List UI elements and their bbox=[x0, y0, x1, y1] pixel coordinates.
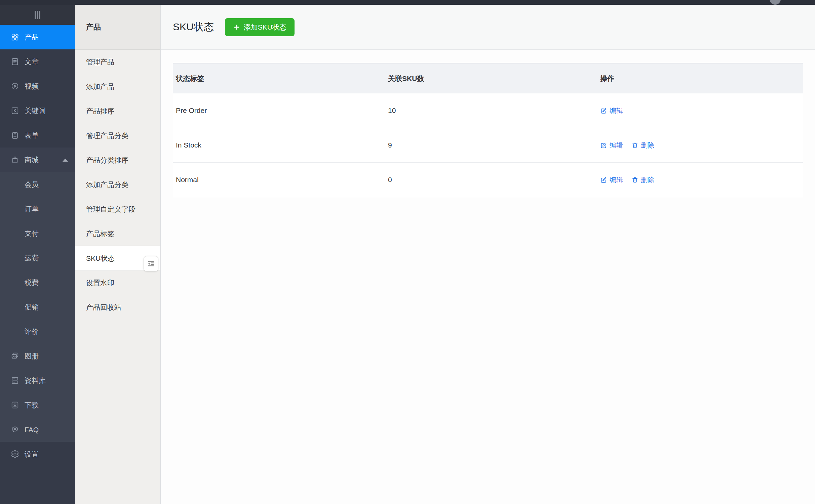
plus-icon bbox=[233, 24, 240, 31]
edit-link[interactable]: 编辑 bbox=[600, 141, 623, 150]
mall-icon bbox=[11, 156, 19, 164]
sidebar-item-label: 视频 bbox=[25, 82, 39, 91]
sidebar-item-library[interactable]: 资料库 bbox=[0, 368, 75, 393]
gallery-icon bbox=[11, 352, 19, 360]
article-icon bbox=[11, 57, 19, 66]
sidebar-item-faq[interactable]: FAQ bbox=[0, 417, 75, 442]
column-header-sku-count: 关联SKU数 bbox=[385, 74, 597, 83]
sidebar-item-label: 评价 bbox=[25, 327, 39, 336]
video-icon bbox=[11, 82, 19, 90]
submenu-item-watermark[interactable]: 设置水印 bbox=[75, 270, 160, 295]
avatar[interactable] bbox=[770, 0, 781, 5]
trash-icon bbox=[631, 142, 638, 149]
table-row: Normal 0 编辑 bbox=[173, 163, 803, 197]
sku-count-cell: 0 bbox=[385, 176, 597, 184]
edit-icon bbox=[600, 176, 607, 183]
sidebar-item-albums[interactable]: 图册 bbox=[0, 344, 75, 368]
sidebar-item-members[interactable]: 会员 bbox=[0, 172, 75, 197]
table-header-row: 状态标签 关联SKU数 操作 bbox=[173, 63, 803, 93]
submenu-item-add-product[interactable]: 添加产品 bbox=[75, 74, 160, 99]
sidebar-collapse-button[interactable] bbox=[0, 5, 75, 25]
download-icon bbox=[11, 401, 19, 409]
library-icon bbox=[11, 376, 19, 385]
keyword-icon bbox=[11, 107, 19, 115]
sidebar-item-label: FAQ bbox=[25, 426, 39, 434]
actions-cell: 编辑 bbox=[597, 106, 803, 115]
main-header: SKU状态 添加SKU状态 bbox=[161, 5, 815, 50]
main-content: SKU状态 添加SKU状态 状态标签 关联SKU数 操作 bbox=[161, 5, 815, 504]
edit-link[interactable]: 编辑 bbox=[600, 106, 623, 115]
sidebar-item-downloads[interactable]: 下载 bbox=[0, 393, 75, 417]
submenu-item-recycle-bin[interactable]: 产品回收站 bbox=[75, 295, 160, 320]
sku-count-cell: 9 bbox=[385, 141, 597, 149]
sidebar-item-label: 支付 bbox=[25, 229, 39, 238]
delete-link-label: 删除 bbox=[641, 175, 654, 184]
sidebar-item-videos[interactable]: 视频 bbox=[0, 74, 75, 98]
top-bar bbox=[0, 0, 815, 5]
column-header-actions: 操作 bbox=[597, 74, 803, 83]
sidebar-item-products[interactable]: 产品 bbox=[0, 25, 75, 49]
edit-link-label: 编辑 bbox=[610, 141, 623, 150]
sidebar-item-label: 关键词 bbox=[25, 106, 46, 116]
gear-icon bbox=[11, 450, 19, 458]
add-button-label: 添加SKU状态 bbox=[244, 23, 286, 32]
edit-icon bbox=[600, 142, 607, 149]
secondary-sidebar: 产品 管理产品 添加产品 产品排序 管理产品分类 产品分类排序 添加产品分类 管… bbox=[75, 5, 161, 504]
sidebar-item-mall[interactable]: 商城 bbox=[0, 148, 75, 172]
edit-icon bbox=[600, 107, 607, 114]
sidebar-item-forms[interactable]: 表单 bbox=[0, 123, 75, 148]
status-label-cell: In Stock bbox=[173, 141, 385, 149]
sidebar-item-reviews[interactable]: 评价 bbox=[0, 319, 75, 344]
submenu-item-add-category[interactable]: 添加产品分类 bbox=[75, 172, 160, 197]
page-title: SKU状态 bbox=[173, 20, 214, 34]
table-row: Pre Order 10 编辑 bbox=[173, 93, 803, 128]
primary-sidebar: 产品 文章 视频 关键词 bbox=[0, 5, 75, 504]
faq-icon bbox=[11, 425, 19, 434]
sidebar-item-articles[interactable]: 文章 bbox=[0, 49, 75, 74]
sidebar-item-label: 产品 bbox=[25, 33, 39, 42]
add-sku-status-button[interactable]: 添加SKU状态 bbox=[225, 18, 295, 36]
sidebar-item-keywords[interactable]: 关键词 bbox=[0, 98, 75, 123]
layout: 产品 文章 视频 关键词 bbox=[0, 5, 815, 504]
fold-menu-icon bbox=[147, 259, 155, 268]
sidebar-item-orders[interactable]: 订单 bbox=[0, 197, 75, 221]
edit-link[interactable]: 编辑 bbox=[600, 175, 623, 184]
sku-status-table: 状态标签 关联SKU数 操作 Pre Order 10 bbox=[173, 63, 803, 197]
form-icon bbox=[11, 131, 19, 139]
submenu-item-product-sort[interactable]: 产品排序 bbox=[75, 99, 160, 123]
delete-link[interactable]: 删除 bbox=[631, 175, 654, 184]
status-label-cell: Normal bbox=[173, 176, 385, 184]
edit-link-label: 编辑 bbox=[610, 106, 623, 115]
submenu-item-product-tags[interactable]: 产品标签 bbox=[75, 221, 160, 246]
edit-link-label: 编辑 bbox=[610, 175, 623, 184]
content-area: 状态标签 关联SKU数 操作 Pre Order 10 bbox=[161, 50, 815, 197]
sidebar-item-label: 资料库 bbox=[25, 376, 46, 385]
sidebar-item-promotions[interactable]: 促销 bbox=[0, 295, 75, 319]
delete-link-label: 删除 bbox=[641, 141, 654, 150]
actions-cell: 编辑 删除 bbox=[597, 175, 803, 184]
table-row: In Stock 9 编辑 bbox=[173, 128, 803, 163]
sidebar-item-label: 表单 bbox=[25, 131, 39, 140]
app-screen: 产品 文章 视频 关键词 bbox=[0, 0, 815, 504]
trash-icon bbox=[631, 176, 638, 183]
submenu-item-manage-categories[interactable]: 管理产品分类 bbox=[75, 123, 160, 148]
sidebar-item-label: 设置 bbox=[25, 450, 39, 459]
sidebar-item-label: 促销 bbox=[25, 302, 39, 312]
sidebar-item-settings[interactable]: 设置 bbox=[0, 442, 75, 466]
submenu-item-category-sort[interactable]: 产品分类排序 bbox=[75, 148, 160, 172]
sidebar-item-label: 文章 bbox=[25, 57, 39, 67]
submenu-item-custom-fields[interactable]: 管理自定义字段 bbox=[75, 197, 160, 221]
sidebar-toggle-icon bbox=[35, 11, 40, 19]
sidebar-item-label: 图册 bbox=[25, 351, 39, 361]
sidebar-item-payments[interactable]: 支付 bbox=[0, 221, 75, 246]
sidebar-item-label: 会员 bbox=[25, 180, 39, 189]
submenu-header: 产品 bbox=[75, 5, 160, 50]
sidebar-item-shipping[interactable]: 运费 bbox=[0, 246, 75, 270]
submenu-item-manage-products[interactable]: 管理产品 bbox=[75, 50, 160, 74]
sidebar-item-tax[interactable]: 税费 bbox=[0, 270, 75, 295]
chevron-up-icon bbox=[63, 159, 68, 162]
submenu-fold-button[interactable] bbox=[144, 256, 158, 271]
sidebar-item-label: 税费 bbox=[25, 278, 39, 287]
sidebar-item-label: 订单 bbox=[25, 204, 39, 214]
delete-link[interactable]: 删除 bbox=[631, 141, 654, 150]
